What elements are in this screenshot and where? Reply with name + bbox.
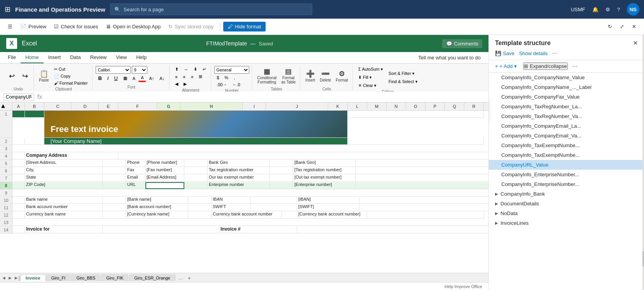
tab-giro-fi[interactable]: Giro_FI: [46, 274, 71, 281]
cell-6-mid[interactable]: [103, 167, 126, 174]
font-size-decrease[interactable]: A↓: [157, 75, 167, 82]
row-header-14[interactable]: 14: [0, 226, 12, 234]
tree-item-taxexempt-1[interactable]: CompanyInfo_TaxExemptNumbe...: [489, 141, 644, 150]
row-header-5[interactable]: 5: [0, 160, 12, 167]
autosum-button[interactable]: Σ AutoSum ▾: [356, 66, 385, 73]
row-header-13[interactable]: 13: [0, 219, 12, 226]
tab-home[interactable]: Home: [21, 52, 44, 63]
grid-icon[interactable]: ⊞: [5, 5, 10, 14]
cell-1-rest[interactable]: [348, 111, 484, 118]
italic-button[interactable]: I: [105, 75, 111, 82]
tree-group-nodata[interactable]: ▶ NoData: [489, 208, 644, 218]
cell-12-h[interactable]: [282, 212, 297, 219]
cell-1-B[interactable]: [25, 111, 44, 118]
col-A[interactable]: A: [12, 102, 25, 110]
align-right[interactable]: ≡: [189, 73, 196, 80]
cell-12-curacct-val[interactable]: [Currency bank account number]: [297, 212, 367, 219]
font-color-button[interactable]: A: [138, 75, 146, 82]
col-P[interactable]: P: [425, 102, 445, 110]
cell-5-phone-lbl[interactable]: Phone: [126, 160, 145, 167]
col-B[interactable]: B: [25, 102, 44, 110]
col-S[interactable]: S: [484, 102, 488, 110]
tab-giro-fik[interactable]: Giro_FIK: [101, 274, 128, 281]
cut-button[interactable]: ✂ Cut: [52, 66, 90, 73]
cell-10-h[interactable]: [250, 197, 297, 204]
col-M[interactable]: M: [367, 102, 387, 110]
border-button[interactable]: ▦: [121, 75, 130, 82]
font-name-select[interactable]: Calibri: [96, 66, 131, 74]
row-header-8[interactable]: 8: [0, 182, 12, 189]
cell-6-rest[interactable]: [355, 167, 488, 174]
row-header-9[interactable]: 9: [0, 189, 12, 197]
fill-button[interactable]: ⬇ Fill ▾: [356, 74, 385, 81]
sidebar-scrollbar-thumb[interactable]: [642, 251, 644, 267]
tell-me[interactable]: Tell me what you want to do: [414, 52, 485, 63]
font-size-select[interactable]: 9: [132, 66, 147, 74]
col-R[interactable]: R: [464, 102, 484, 110]
cell-11-h[interactable]: [250, 204, 297, 211]
tree-item-companyname-value[interactable]: CompanyInfo_CompanyName_Value: [489, 73, 644, 82]
cell-2-A[interactable]: [12, 138, 25, 145]
cell-3[interactable]: [12, 145, 488, 152]
undo-button[interactable]: ↩: [5, 66, 18, 86]
cell-11-rest[interactable]: [359, 204, 488, 211]
cell-7-state[interactable]: State: [25, 175, 103, 182]
col-I[interactable]: I: [243, 102, 266, 110]
tree-item-company-url[interactable]: CompanyURL_Value: [489, 160, 644, 170]
row-header-6[interactable]: 6: [0, 167, 12, 175]
tab-data[interactable]: Data: [65, 52, 85, 63]
cell-11-mid[interactable]: [103, 204, 126, 211]
cell-8-mid[interactable]: [103, 182, 126, 189]
cell-12-rest[interactable]: [367, 212, 484, 219]
cell-14-invfor[interactable]: Invoice for: [25, 226, 103, 233]
format-as-table-button[interactable]: ▤ Formatas Table: [279, 66, 298, 86]
tree-item-companyfax-value[interactable]: CompanyInfo_CompanyFax_Value: [489, 92, 644, 102]
cell-2-rest[interactable]: [348, 138, 484, 145]
align-middle[interactable]: ↔: [182, 66, 191, 73]
cell-1-A[interactable]: [12, 111, 25, 118]
row-header-3[interactable]: 3: [0, 145, 12, 153]
decrease-indent[interactable]: ◀: [173, 81, 180, 87]
tree-item-enterprise-1[interactable]: CompanyInfo_EnterpriseNumber...: [489, 170, 644, 179]
cell-10-A[interactable]: [12, 197, 25, 204]
cell-10-bankname-lbl[interactable]: Bank name: [25, 197, 103, 204]
comments-button[interactable]: 💬 Comments: [442, 39, 482, 48]
check-issues-button[interactable]: ☑ Check for issues: [51, 22, 101, 31]
cell-5-g[interactable]: [184, 160, 208, 167]
tree-group-invoice-lines[interactable]: ▶ InvoiceLines: [489, 218, 644, 228]
cell-7-rest[interactable]: [355, 175, 488, 182]
delete-cell-button[interactable]: ➖ Delete: [318, 66, 333, 86]
cell-6-fax-lbl[interactable]: Fax: [126, 167, 145, 174]
cell-5-addr[interactable]: [Street Address,: [25, 160, 103, 167]
cell-6-g[interactable]: [184, 167, 208, 174]
help-icon[interactable]: ?: [617, 7, 620, 12]
cell-6-i[interactable]: [270, 167, 293, 174]
cell-10-g[interactable]: [188, 197, 212, 204]
conditional-format-button[interactable]: ▦ ConditionalFormatting: [255, 66, 278, 86]
sidebar-more-button[interactable]: ···: [552, 50, 557, 57]
cell-8-A[interactable]: [12, 182, 25, 189]
tree-item-email-label[interactable]: CompanyInfo_CompanyEmail_La...: [489, 121, 644, 131]
increase-decimal[interactable]: .00→: [214, 82, 229, 88]
format-painter-button[interactable]: 🖌 Format Painter: [52, 80, 90, 86]
cell-5-phone-val[interactable]: [Phone number]: [145, 160, 184, 167]
cell-4-A[interactable]: [12, 153, 25, 160]
tree-item-taxreg-label[interactable]: CompanyInfo_TaxRegNumber_La...: [489, 102, 644, 111]
cell-11-swift-lbl[interactable]: SWIFT: [212, 204, 250, 211]
cell-8-i[interactable]: [270, 182, 293, 189]
col-J[interactable]: J: [266, 102, 328, 110]
format-cell-button[interactable]: ⚙ Format: [334, 66, 350, 86]
currency-button[interactable]: $: [214, 75, 221, 81]
cell-7-mid[interactable]: [103, 175, 126, 182]
cell-14-A[interactable]: [12, 226, 25, 233]
tab-file[interactable]: File: [3, 52, 21, 63]
row-header-1[interactable]: 1: [0, 111, 12, 138]
col-K[interactable]: K: [328, 102, 348, 110]
align-bottom[interactable]: ⬇: [191, 66, 200, 73]
settings-icon[interactable]: ⚙: [606, 7, 610, 12]
cell-5-bankgiro-val[interactable]: [Bank Giro]: [293, 160, 355, 167]
cell-10-bankname-val[interactable]: [Bank name]: [126, 197, 188, 204]
formula-input[interactable]: [45, 94, 485, 101]
more-sheets-button[interactable]: ...: [176, 275, 185, 281]
font-size-increase[interactable]: A↑: [147, 75, 156, 82]
